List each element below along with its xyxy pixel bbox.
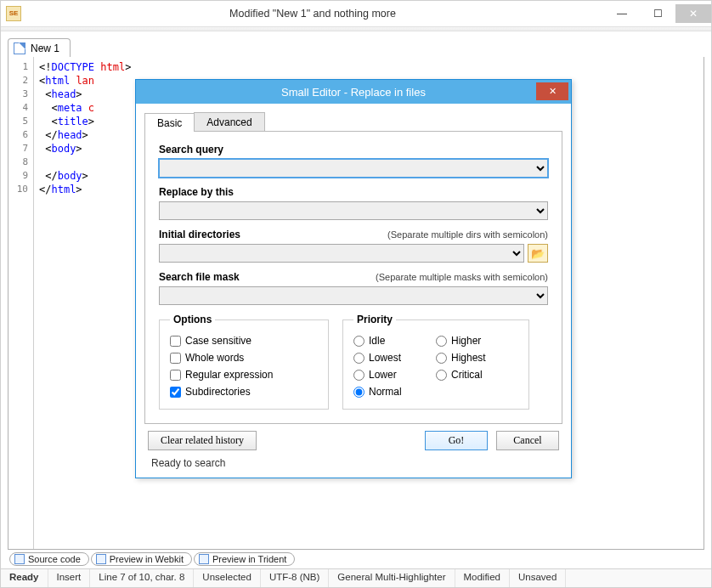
prio-idle-label: Idle <box>369 335 385 347</box>
view-tabs: Source code Preview in Webkit Preview in… <box>8 550 704 568</box>
window-title: Modified "New 1" and nothing more <box>21 8 604 20</box>
prio-critical[interactable] <box>436 370 447 381</box>
prio-lowest-label: Lowest <box>369 352 401 364</box>
prio-lower-row[interactable]: Lower <box>353 366 436 383</box>
tab-advanced[interactable]: Advanced <box>194 112 264 131</box>
options-group: Options Case sensitive Whole words Regul… <box>159 314 329 410</box>
dialog-title: Small Editor - Replace in files <box>281 86 426 99</box>
search-query-input[interactable] <box>159 159 548 178</box>
minimize-button[interactable]: — <box>604 4 640 23</box>
prio-higher[interactable] <box>436 336 447 347</box>
file-icon <box>14 42 25 54</box>
opt-regex-label: Regular expression <box>185 369 273 381</box>
mask-input[interactable] <box>159 286 548 305</box>
source-icon <box>14 554 25 564</box>
prio-normal[interactable] <box>353 387 364 398</box>
dirs-label: Initial directories <box>159 229 240 240</box>
replace-label: Replace by this <box>159 186 548 198</box>
opt-case-label: Case sensitive <box>185 335 251 347</box>
dirs-hint: (Separate multiple dirs with semicolon) <box>387 229 548 240</box>
dialog-status: Ready to search <box>144 454 562 474</box>
prio-normal-label: Normal <box>369 386 402 398</box>
dialog-close-button[interactable]: ✕ <box>536 82 568 100</box>
dialog-actions: Clear related history Go! Cancel <box>144 424 562 454</box>
cancel-button[interactable]: Cancel <box>496 431 559 450</box>
go-button[interactable]: Go! <box>425 431 488 450</box>
opt-whole-row[interactable]: Whole words <box>170 349 318 366</box>
browse-dirs-button[interactable]: 📂 <box>528 244 548 263</box>
prio-lowest-row[interactable]: Lowest <box>353 349 436 366</box>
tab-panel-basic: Search query Replace by this Initial dir… <box>144 132 562 424</box>
opt-whole-words[interactable] <box>170 353 181 364</box>
status-selection: Unselected <box>194 569 261 587</box>
prio-critical-label: Critical <box>451 369 483 381</box>
opt-subdirs[interactable] <box>170 387 181 398</box>
priority-legend: Priority <box>353 314 396 325</box>
opt-regex[interactable] <box>170 370 181 381</box>
prio-normal-row[interactable]: Normal <box>353 383 436 400</box>
window-controls: — ☐ ✕ <box>604 4 711 23</box>
options-legend: Options <box>170 314 215 325</box>
status-dirty: Modified <box>455 569 510 587</box>
prio-higher-row[interactable]: Higher <box>436 332 518 349</box>
replace-input[interactable] <box>159 201 548 220</box>
dialog-titlebar[interactable]: Small Editor - Replace in files ✕ <box>136 80 571 104</box>
prio-lowest[interactable] <box>353 353 364 364</box>
opt-whole-label: Whole words <box>185 352 244 364</box>
priority-group: Priority Idle Lowest Lower Normal Higher… <box>342 314 529 410</box>
status-state: Ready <box>1 569 48 587</box>
clear-history-button[interactable]: Clear related history <box>148 431 257 450</box>
main-window: SE Modified "New 1" and nothing more — ☐… <box>0 0 712 588</box>
mask-label: Search file mask <box>159 271 240 283</box>
view-tab-webkit[interactable]: Preview in Webkit <box>91 552 192 566</box>
maximize-button[interactable]: ☐ <box>640 4 675 23</box>
doc-tab-label: New 1 <box>31 42 59 54</box>
dialog-tabs: Basic Advanced <box>144 112 562 132</box>
view-tab-label: Source code <box>28 554 81 564</box>
folder-open-icon: 📂 <box>531 247 545 260</box>
view-tab-label: Preview in Trident <box>212 554 286 564</box>
prio-highest-label: Highest <box>451 352 486 364</box>
replace-dialog: Small Editor - Replace in files ✕ Basic … <box>135 79 572 478</box>
view-tab-trident[interactable]: Preview in Trident <box>194 552 295 566</box>
prio-idle[interactable] <box>353 336 364 347</box>
prio-lower-label: Lower <box>369 369 397 381</box>
trident-icon <box>199 554 209 564</box>
webkit-icon <box>96 554 106 564</box>
view-tab-label: Preview in Webkit <box>110 554 184 564</box>
dialog-body: Basic Advanced Search query Replace by t… <box>136 104 571 478</box>
status-encoding: UTF-8 (NB) <box>261 569 329 587</box>
opt-subdirs-label: Subdirectories <box>185 386 251 398</box>
prio-highest[interactable] <box>436 353 447 364</box>
opt-subdirs-row[interactable]: Subdirectories <box>170 383 318 400</box>
titlebar: SE Modified "New 1" and nothing more — ☐… <box>1 1 711 26</box>
line-gutter: 12345678910 <box>8 57 34 549</box>
opt-case-row[interactable]: Case sensitive <box>170 332 318 349</box>
search-query-label: Search query <box>159 144 548 155</box>
status-cursor: Line 7 of 10, char. 8 <box>90 569 194 587</box>
mask-hint: (Separate multiple masks with semicolon) <box>376 272 548 282</box>
prio-highest-row[interactable]: Highest <box>436 349 518 366</box>
opt-regex-row[interactable]: Regular expression <box>170 366 318 383</box>
prio-lower[interactable] <box>353 370 364 381</box>
opt-case-sensitive[interactable] <box>170 336 181 347</box>
status-mode: Insert <box>48 569 91 587</box>
doc-tab-new1[interactable]: New 1 <box>8 38 71 57</box>
app-icon: SE <box>6 6 21 21</box>
dirs-input[interactable] <box>159 244 524 263</box>
prio-critical-row[interactable]: Critical <box>436 366 518 383</box>
view-tab-source[interactable]: Source code <box>9 552 89 566</box>
doc-tabs: New 1 <box>8 38 704 57</box>
statusbar: Ready Insert Line 7 of 10, char. 8 Unsel… <box>1 568 711 587</box>
status-highlighter: General Multi-Highlighter <box>329 569 455 587</box>
status-saved: Unsaved <box>510 569 566 587</box>
close-button[interactable]: ✕ <box>675 4 711 23</box>
tab-basic[interactable]: Basic <box>144 113 195 132</box>
prio-idle-row[interactable]: Idle <box>353 332 436 349</box>
prio-higher-label: Higher <box>451 335 481 347</box>
